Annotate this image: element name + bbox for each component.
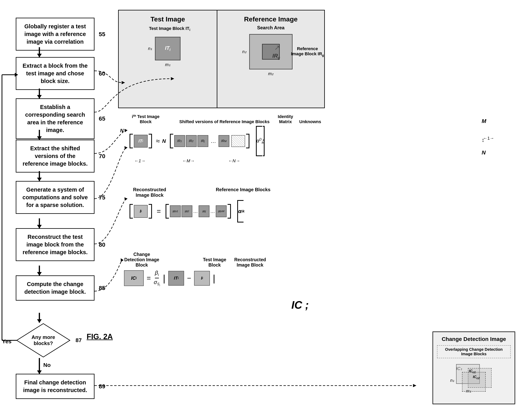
final-image-panel: Change Detection Image Overlapping Chang… — [432, 332, 515, 404]
recon-cd-header: Reconstructed Image Block — [234, 257, 266, 268]
i-recon-block: Ii — [134, 205, 148, 218]
it-matrix-block: ITi — [134, 135, 148, 148]
test-image-panel: Test Image ITi m₁ n₁ Test Image Block IT… — [119, 11, 217, 108]
matrix-headers: iᵗʰ Test Image Block Shifted versions of… — [128, 114, 502, 124]
recon-block-header: Reconstructed Image Block — [128, 187, 171, 198]
test-image-title: Test Image — [124, 15, 212, 23]
step-75-number: 75 — [99, 193, 105, 201]
back-arrow-svg — [0, 59, 19, 352]
overlap-blocks-label: Overlapping Change Detection Image Block… — [437, 345, 511, 358]
arrow-55-60 — [39, 47, 40, 57]
step-75-label: Generate a system of computations and so… — [22, 186, 88, 208]
step-55-label: Globally register a test image with a re… — [24, 23, 86, 45]
right-bracket-svg — [148, 133, 154, 149]
one-right-label: ←1→ — [483, 136, 494, 141]
test-block-visual: ITi — [155, 37, 181, 60]
step-65-number: 65 — [99, 115, 105, 123]
cd-headers: Change Detection Image Block Test Image … — [124, 252, 360, 268]
cd-block-header: Change Detection Image Block — [124, 252, 159, 268]
step-55-box: Globally register a test image with a re… — [16, 18, 95, 51]
step-70-label: Extract the shifted versions of the refe… — [23, 145, 88, 167]
flow-step-80: Reconstruct the test image block from th… — [16, 228, 95, 261]
cd-eq: = — [147, 274, 151, 282]
ir-s1-block: IR1 — [174, 135, 185, 147]
test-block-bracket: ITi — [128, 133, 154, 149]
n1-label: n₁ — [148, 46, 152, 51]
ref-image-panel: Reference Image Search Area ↗ IRg m₂ n₂ … — [217, 11, 324, 108]
ref-blocks-header: Reference Image Blocks — [189, 187, 297, 198]
arrow-65-70 — [39, 130, 40, 140]
arrow-85-87 — [39, 313, 40, 323]
n2-label: n₂ — [242, 49, 246, 54]
recon-left-bracket — [128, 204, 134, 219]
step-80-box: Reconstruct the test image block from th… — [16, 228, 95, 261]
one-dim: ←1→ — [128, 158, 152, 163]
matrix-section-70: iᵗʰ Test Image Block Shifted versions of… — [128, 114, 502, 163]
ir-r2: IR2 — [182, 205, 192, 217]
shifted-ref-header: Shifted versions of Reference Image Bloc… — [177, 119, 272, 124]
step-65-label: Establish a corresponding search area in… — [25, 104, 85, 133]
ref-inner-block: ↗ IRg — [262, 44, 280, 60]
test-image-visual: ITi m₁ n₁ Test Image Block ITi — [155, 37, 181, 60]
step-87-number: 87 — [76, 337, 82, 344]
n-left-label: N — [120, 128, 123, 133]
flow-step-89: Final change detection image is reconstr… — [16, 374, 95, 399]
n-dim: ←N→ — [225, 158, 243, 163]
flow-step-55: Globally register a test image with a re… — [16, 18, 95, 51]
ref-image-title: Reference Image — [222, 15, 319, 23]
dimension-labels: ←1→ ←M→ ←N→ — [128, 158, 502, 163]
recon-section: Reconstructed Image Block Reference Imag… — [128, 187, 482, 223]
alpha-content: αDik — [256, 125, 264, 157]
no-label: No — [43, 362, 51, 368]
arrow-80-85 — [39, 266, 40, 275]
n1-final-label: n₁ — [450, 378, 454, 383]
eq-sign-recon: = — [157, 207, 161, 215]
ref-blocks-big-bracket: IRs1 IR2 … IRj … IRsM — [164, 204, 232, 219]
n-before-bracket: N — [162, 138, 166, 144]
ir-rj: IRj — [199, 205, 209, 217]
cd-minus: − — [187, 274, 191, 282]
ir-s2-block: IR2 — [186, 135, 197, 147]
ir-blocks-row: IR1 IR2 IRj … IRM — [174, 135, 229, 147]
identity-matrix-visual — [231, 135, 245, 147]
step-65-box: Establish a corresponding search area in… — [16, 98, 95, 139]
step-85-label: Compute the change detection image block… — [24, 281, 86, 295]
step-85-number: 85 — [99, 284, 105, 292]
step-80-label: Reconstruct the test image block from th… — [23, 234, 88, 255]
overlap-visual: n₁ m₁ IC₁ ICc1 ICc2 — [446, 362, 501, 394]
svg-marker-10 — [121, 258, 124, 262]
arrow-75-80 — [39, 218, 40, 228]
change-detect-section: Change Detection Image Block Test Image … — [124, 252, 360, 287]
dots-1: … — [209, 138, 218, 144]
approx-sign: ≈ — [156, 137, 160, 145]
final-image-title: Change Detection Image — [437, 336, 511, 342]
ir-sm-block: IRM — [219, 135, 229, 147]
ref-right-bracket — [245, 133, 251, 149]
recon-equation: Ii = IRs1 IR2 … IRj … IRsM — [128, 199, 482, 223]
step-60-number: 60 — [99, 69, 105, 77]
alpha-vector: αDik — [253, 125, 265, 157]
flow-step-70: Extract the shifted versions of the refe… — [16, 140, 95, 172]
flow-step-65: Establish a corresponding search area in… — [16, 98, 95, 139]
beta-numerator: βi — [155, 270, 159, 278]
ref-blocks-bracket: IR1 IR2 IRj … IRM — [168, 133, 251, 149]
abs-left: | — [163, 273, 165, 284]
ic-block: ICi — [124, 270, 144, 286]
m1-label: m₁ — [165, 62, 170, 67]
diamond-87: Any more blocks? 87 — [16, 323, 71, 358]
step-89-box: Final change detection image is reconstr… — [16, 374, 95, 399]
ic-c1-label: ICc1 — [469, 369, 476, 374]
recon-right-bracket — [148, 204, 154, 219]
search-area-label: Search Area — [222, 25, 319, 31]
search-area-box: ↗ IRg — [249, 34, 293, 69]
step-89-label: Final change detection image is reconstr… — [23, 379, 87, 393]
alpha-ik-label: αik — [238, 199, 244, 223]
flow-step-75: Generate a system of computations and so… — [16, 181, 95, 214]
ref-big-right-bracket — [227, 204, 232, 219]
dots-recon2: … — [210, 208, 215, 214]
ir-recon-blocks: IRs1 IR2 … IRj … IRsM — [170, 205, 227, 217]
flow-step-60: Extract a block from the test image and … — [16, 57, 95, 90]
ir-rm: IRsM — [216, 205, 227, 217]
it-cd-block: ITi — [168, 271, 184, 286]
test-block-cd-header: Test Image Block — [199, 257, 230, 268]
